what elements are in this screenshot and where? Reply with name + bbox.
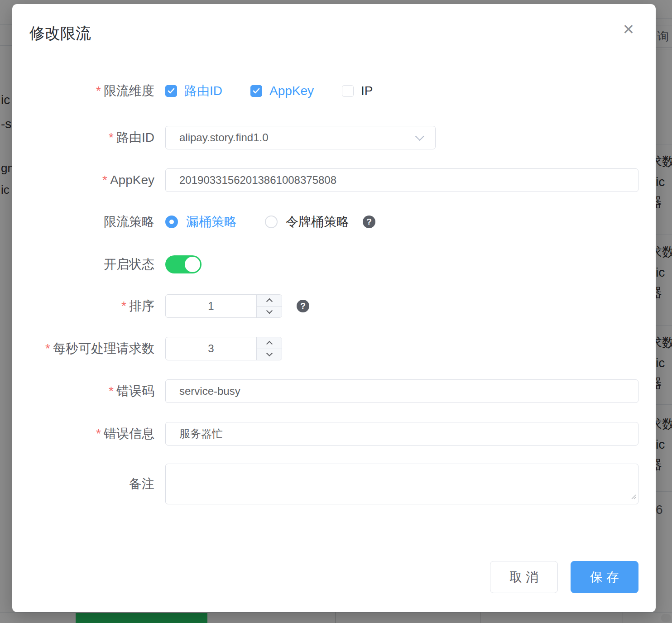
close-icon[interactable]: ✕ [619, 20, 638, 38]
qps-stepper [256, 337, 282, 360]
chevron-up-icon [266, 341, 272, 347]
checkbox-label: IP [361, 84, 373, 98]
qps-value-input[interactable] [166, 337, 256, 360]
required-marker: * [96, 427, 101, 441]
chevron-up-icon [266, 298, 272, 305]
checkbox-label: AppKey [269, 84, 314, 98]
form-row-remark: 备注 [12, 464, 656, 504]
radio-unselected-icon [265, 216, 278, 228]
required-marker: * [96, 84, 101, 98]
field-label-error-code: *错误码 [12, 383, 154, 400]
sort-value-input[interactable] [166, 295, 256, 317]
help-icon[interactable]: ? [297, 300, 309, 312]
form-row-appkey: *AppKey [12, 168, 656, 192]
required-marker: * [121, 299, 126, 313]
chevron-down-icon [266, 350, 272, 356]
qps-number-input [165, 337, 282, 360]
radio-label: 令牌桶策略 [286, 213, 349, 230]
field-label-strategy: 限流策略 [12, 213, 154, 230]
field-label-error-message: *错误信息 [12, 425, 154, 442]
stepper-increase-button[interactable] [257, 295, 282, 307]
stepper-increase-button[interactable] [257, 337, 282, 349]
form-row-sort: *排序 ? [12, 294, 656, 318]
form-row-route-id: *路由ID alipay.story.find1.0 [12, 126, 656, 149]
cancel-button[interactable]: 取 消 [490, 561, 558, 593]
rate-limit-form: *限流维度 路由ID AppKey IP [12, 84, 656, 504]
field-label-enabled: 开启状态 [12, 256, 154, 273]
route-id-select[interactable]: alipay.story.find1.0 [165, 126, 436, 149]
checkbox-appkey[interactable]: AppKey [250, 84, 314, 98]
checkbox-checked-icon [165, 85, 177, 97]
toggle-knob [185, 257, 200, 272]
form-row-error-code: *错误码 [12, 379, 656, 403]
form-row-dimension: *限流维度 路由ID AppKey IP [12, 84, 656, 98]
field-label-qps: *每秒可处理请求数 [12, 340, 154, 357]
field-label-appkey: *AppKey [12, 173, 154, 187]
stepper-decrease-button[interactable] [257, 307, 282, 318]
form-row-enabled: 开启状态 [12, 255, 656, 273]
dimension-checkbox-group: 路由ID AppKey IP [165, 82, 401, 100]
modal-edit-rate-limit: 修改限流 ✕ *限流维度 路由ID AppKey [12, 4, 656, 612]
modal-footer: 取 消 保 存 [490, 561, 638, 593]
sort-stepper [256, 295, 282, 317]
field-label-remark: 备注 [12, 475, 154, 493]
error-code-input[interactable] [165, 379, 638, 403]
required-marker: * [45, 341, 50, 355]
stepper-decrease-button[interactable] [257, 349, 282, 360]
checkbox-checked-icon [250, 85, 262, 97]
form-row-qps: *每秒可处理请求数 [12, 337, 656, 360]
required-marker: * [109, 384, 114, 398]
checkbox-label: 路由ID [184, 82, 222, 100]
checkbox-unchecked-icon [342, 85, 354, 97]
radio-selected-icon [165, 216, 178, 228]
save-button[interactable]: 保 存 [571, 561, 638, 593]
field-label-route-id: *路由ID [12, 129, 154, 146]
field-label-sort: *排序 [12, 297, 154, 315]
form-row-strategy: 限流策略 漏桶策略 令牌桶策略 ? [12, 213, 656, 231]
modal-title: 修改限流 [29, 23, 91, 44]
checkbox-ip[interactable]: IP [342, 84, 373, 98]
resize-handle-icon[interactable] [630, 493, 636, 501]
required-marker: * [109, 130, 114, 144]
radio-leaky-bucket[interactable]: 漏桶策略 [165, 213, 237, 230]
checkbox-route-id[interactable]: 路由ID [165, 82, 222, 100]
help-icon[interactable]: ? [363, 216, 375, 228]
appkey-input[interactable] [165, 168, 638, 192]
enabled-toggle[interactable] [165, 255, 202, 273]
radio-label: 漏桶策略 [186, 213, 237, 230]
route-id-selected-value: alipay.story.find1.0 [179, 131, 415, 144]
radio-token-bucket[interactable]: 令牌桶策略 [265, 213, 349, 230]
required-marker: * [102, 173, 107, 187]
field-label-dimension: *限流维度 [12, 82, 154, 100]
strategy-radio-group: 漏桶策略 令牌桶策略 ? [165, 213, 375, 230]
remark-textarea[interactable] [165, 464, 638, 504]
sort-number-input [165, 294, 282, 318]
form-row-error-message: *错误信息 [12, 422, 656, 446]
chevron-down-icon [266, 307, 272, 314]
error-message-input[interactable] [165, 422, 638, 446]
chevron-down-icon [415, 132, 424, 141]
